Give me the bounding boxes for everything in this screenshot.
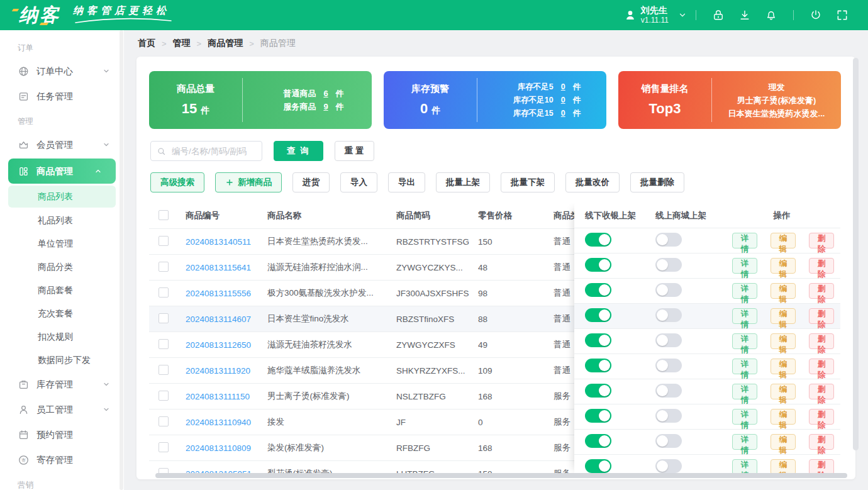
offline-shelf-toggle[interactable] xyxy=(585,359,611,372)
fullscreen-icon[interactable] xyxy=(836,9,849,21)
reset-button[interactable]: 重 置 xyxy=(335,141,374,161)
delete-button[interactable]: 删除 xyxy=(809,308,834,324)
sidebar-item-members[interactable]: 会员管理 xyxy=(0,132,124,157)
edit-button[interactable]: 编辑 xyxy=(771,434,796,450)
row-checkbox[interactable] xyxy=(159,339,169,349)
delete-button[interactable]: 删除 xyxy=(809,434,834,450)
product-id-link[interactable]: 20240813111920 xyxy=(186,366,250,376)
product-id-link[interactable]: 20240813140511 xyxy=(186,237,251,247)
advanced-search-button[interactable]: 高级搜索 xyxy=(150,172,204,192)
offline-shelf-toggle[interactable] xyxy=(585,258,611,272)
batch-reprice-button[interactable]: 批量改价 xyxy=(565,172,620,192)
edit-button[interactable]: 编辑 xyxy=(771,409,796,425)
online-shelf-toggle[interactable] xyxy=(655,359,682,372)
stock-below15-count[interactable]: 0 xyxy=(561,107,565,120)
online-shelf-toggle[interactable] xyxy=(655,409,682,423)
sidebar-item-tasks[interactable]: 任务管理 xyxy=(0,84,124,109)
online-shelf-toggle[interactable] xyxy=(655,283,682,297)
edit-button[interactable]: 编辑 xyxy=(771,258,796,274)
online-shelf-toggle[interactable] xyxy=(655,308,682,322)
product-id-link[interactable]: 20240813112650 xyxy=(186,340,251,350)
detail-button[interactable]: 详情 xyxy=(732,384,757,399)
sidebar-item-staff[interactable]: 员工管理 xyxy=(0,397,124,422)
sidebar-item-order-center[interactable]: 订单中心 xyxy=(0,58,124,84)
offline-shelf-toggle[interactable] xyxy=(585,333,611,347)
product-id-link[interactable]: 20240813114607 xyxy=(186,315,251,324)
edit-button[interactable]: 编辑 xyxy=(771,359,796,374)
online-shelf-toggle[interactable] xyxy=(655,384,682,398)
breadcrumb-goods-management[interactable]: 商品管理 xyxy=(208,38,243,49)
stock-below5-count[interactable]: 0 xyxy=(561,81,565,94)
row-checkbox[interactable] xyxy=(159,313,169,323)
normal-goods-count[interactable]: 6 xyxy=(323,87,328,100)
batch-on-shelf-button[interactable]: 批量上架 xyxy=(436,172,490,192)
sidebar-scrollbar[interactable] xyxy=(120,30,123,490)
detail-button[interactable]: 详情 xyxy=(732,283,757,299)
sidebar-item-appointments[interactable]: 预约管理 xyxy=(0,422,124,447)
sidebar-sub-recharge-packages[interactable]: 充次套餐 xyxy=(0,302,124,325)
offline-shelf-toggle[interactable] xyxy=(585,434,611,448)
sidebar-sub-data-sync[interactable]: 数据同步下发 xyxy=(0,348,124,372)
sidebar-item-storage[interactable]: 寄 寄存管理 xyxy=(0,447,124,472)
online-shelf-toggle[interactable] xyxy=(655,459,682,473)
delete-button[interactable]: 删除 xyxy=(809,359,834,374)
delete-button[interactable]: 删除 xyxy=(809,233,834,248)
offline-shelf-toggle[interactable] xyxy=(585,409,611,423)
import-button[interactable]: 导入 xyxy=(340,172,377,192)
detail-button[interactable]: 详情 xyxy=(732,233,757,248)
product-id-link[interactable]: 20240813115641 xyxy=(186,263,251,272)
delete-button[interactable]: 删除 xyxy=(809,258,834,274)
query-button[interactable]: 查 询 xyxy=(274,141,323,161)
search-input[interactable] xyxy=(170,146,256,157)
edit-button[interactable]: 编辑 xyxy=(771,233,796,248)
bell-icon[interactable] xyxy=(765,9,777,21)
online-shelf-toggle[interactable] xyxy=(655,258,682,272)
row-checkbox[interactable] xyxy=(159,262,169,272)
service-goods-count[interactable]: 9 xyxy=(323,100,328,113)
detail-button[interactable]: 详情 xyxy=(732,308,757,324)
product-id-link[interactable]: 20240813110809 xyxy=(186,443,251,453)
offline-shelf-toggle[interactable] xyxy=(585,233,611,247)
vertical-scrollbar[interactable] xyxy=(853,58,859,450)
select-all-checkbox[interactable] xyxy=(159,210,169,220)
sidebar-item-goods[interactable]: 商品管理 xyxy=(8,159,116,184)
detail-button[interactable]: 详情 xyxy=(732,258,757,274)
detail-button[interactable]: 详情 xyxy=(732,409,757,425)
edit-button[interactable]: 编辑 xyxy=(771,384,796,399)
add-product-button[interactable]: 新增商品 xyxy=(215,172,282,192)
horizontal-scrollbar[interactable] xyxy=(155,473,847,478)
edit-button[interactable]: 编辑 xyxy=(771,333,796,349)
offline-shelf-toggle[interactable] xyxy=(585,283,611,297)
product-id-link[interactable]: 20240813110940 xyxy=(186,418,251,427)
sidebar-sub-gift-list[interactable]: 礼品列表 xyxy=(0,209,124,232)
breadcrumb-management[interactable]: 管理 xyxy=(173,38,191,49)
lock-icon[interactable] xyxy=(712,9,725,21)
batch-off-shelf-button[interactable]: 批量下架 xyxy=(501,172,555,192)
product-id-link[interactable]: 20240813111150 xyxy=(186,392,250,401)
detail-button[interactable]: 详情 xyxy=(732,434,757,450)
row-checkbox[interactable] xyxy=(159,442,169,452)
breadcrumb-home[interactable]: 首页 xyxy=(138,38,155,49)
row-checkbox[interactable] xyxy=(159,365,169,375)
sidebar-sub-deduction-rules[interactable]: 扣次规则 xyxy=(0,325,124,348)
sidebar-sub-packages[interactable]: 商品套餐 xyxy=(0,279,124,302)
online-shelf-toggle[interactable] xyxy=(655,233,682,247)
online-shelf-toggle[interactable] xyxy=(655,333,682,347)
offline-shelf-toggle[interactable] xyxy=(585,308,611,322)
stock-below10-count[interactable]: 0 xyxy=(561,94,565,107)
offline-shelf-toggle[interactable] xyxy=(585,459,611,473)
purchase-button[interactable]: 进货 xyxy=(292,172,330,192)
detail-button[interactable]: 详情 xyxy=(732,359,757,374)
offline-shelf-toggle[interactable] xyxy=(585,384,611,398)
sidebar-item-inventory[interactable]: 库存管理 xyxy=(0,372,124,397)
power-icon[interactable] xyxy=(810,9,822,21)
sidebar-sub-goods-list[interactable]: 商品列表 xyxy=(8,186,116,208)
sidebar-sub-units[interactable]: 单位管理 xyxy=(0,232,124,255)
online-shelf-toggle[interactable] xyxy=(655,434,682,448)
delete-button[interactable]: 删除 xyxy=(809,409,834,425)
row-checkbox[interactable] xyxy=(159,391,169,401)
user-menu[interactable]: 刘先生 v1.11.11 xyxy=(624,5,687,25)
row-checkbox[interactable] xyxy=(159,416,169,426)
download-icon[interactable] xyxy=(738,9,751,21)
sidebar-sub-categories[interactable]: 商品分类 xyxy=(0,255,124,279)
